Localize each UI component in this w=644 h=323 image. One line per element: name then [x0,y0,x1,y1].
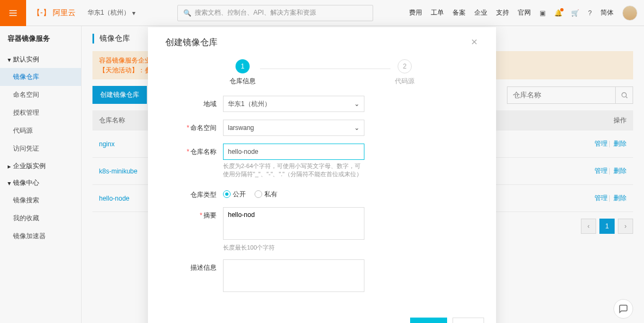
radio-indicator [223,190,231,198]
chat-icon [618,304,628,314]
radio-private[interactable]: 私有 [255,190,277,199]
region-value: 华东1（杭州） [228,100,271,109]
modal-close-button[interactable] [470,38,479,48]
radio-private-label: 私有 [264,190,277,199]
summary-textarea[interactable] [223,207,364,240]
radio-public-label: 公开 [233,190,246,199]
step-1-label: 仓库信息 [230,77,256,86]
modal-form: 地域 华东1（杭州） ⌄ *命名空间 larswang ⌄ *仓库名称 长度为2 [148,96,496,310]
chevron-down-icon: ⌄ [354,124,360,132]
cancel-button[interactable]: 取消 [453,318,484,323]
step-indicator: 1 仓库信息 2 代码源 [148,54,496,96]
description-textarea[interactable] [223,259,364,292]
step-2-label: 代码源 [395,77,414,86]
radio-public[interactable]: 公开 [223,190,246,199]
close-icon [470,38,479,46]
label-region: 地域 [168,96,216,109]
step-1: 1 仓库信息 [230,59,256,86]
namespace-value: larswang [228,124,254,132]
modal-header: 创建镜像仓库 [148,27,496,54]
label-description: 描述信息 [168,259,216,272]
region-select[interactable]: 华东1（杭州） ⌄ [223,96,364,112]
next-step-button[interactable]: 下一步 [410,318,447,323]
repo-name-hint: 长度为2-64个字符，可使用小写英文字母、数字，可使用分隔符"_"、"-"、".… [223,162,364,179]
namespace-select[interactable]: larswang ⌄ [223,120,364,136]
step-2: 2 代码源 [395,59,414,86]
step-1-dot: 1 [236,59,250,73]
summary-hint: 长度最长100个字符 [223,244,364,252]
repo-type-radio-group: 公开 私有 [223,187,364,199]
modal-title: 创建镜像仓库 [165,37,218,48]
label-repo-name: 仓库名称 [190,148,216,156]
step-2-dot: 2 [398,59,412,73]
radio-indicator [255,190,262,198]
label-summary: 摘要 [203,212,216,219]
modal-footer: 下一步 取消 [148,310,496,323]
create-repo-modal: 创建镜像仓库 1 仓库信息 2 代码源 地域 华东1（杭州） ⌄ *命名空间 [148,27,496,323]
repo-name-input[interactable] [223,144,364,160]
label-namespace: 命名空间 [190,124,216,132]
chat-fab[interactable] [614,299,633,319]
chevron-down-icon: ⌄ [354,100,360,108]
step-connector [260,69,391,69]
label-repo-type: 仓库类型 [168,187,216,200]
